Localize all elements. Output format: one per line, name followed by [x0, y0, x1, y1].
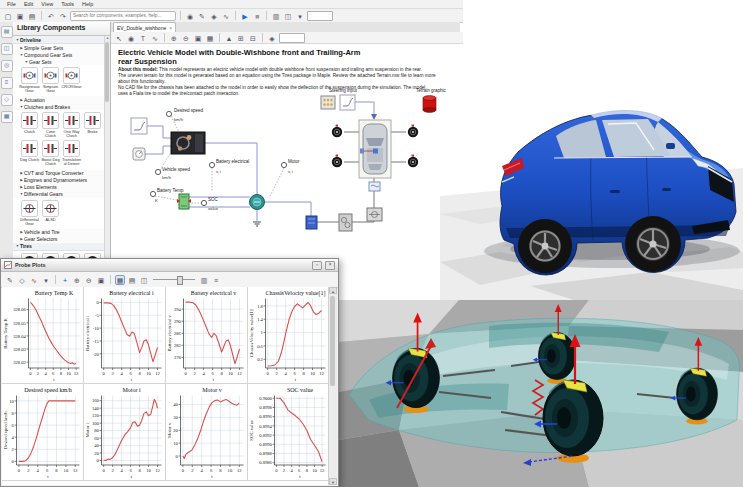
text-tool-button[interactable]: T: [138, 33, 148, 43]
equation-block[interactable]: [369, 182, 380, 191]
scroll-thumb[interactable]: [105, 42, 109, 102]
component-ravigneaux-gear[interactable]: Ravigneaux Gear: [19, 67, 40, 93]
probe-soc[interactable]: SOC value: [191, 197, 219, 211]
tree-item-driveline[interactable]: ▼Driveline: [13, 36, 105, 44]
suspension-3d-view[interactable]: [339, 300, 743, 487]
steering-ramp-block[interactable]: [340, 95, 355, 110]
component-clutch[interactable]: Clutch: [19, 112, 40, 138]
component-alsd[interactable]: ALSD: [40, 200, 61, 226]
battery-block[interactable]: [177, 194, 191, 209]
plots-button[interactable]: ∿: [221, 11, 231, 21]
menu-view[interactable]: View: [37, 1, 57, 7]
gearbox-block[interactable]: [339, 214, 352, 231]
component-one-way-clutch[interactable]: One Way Clutch: [61, 112, 82, 138]
close-window-button[interactable]: ×: [325, 261, 335, 270]
model-workspace-icon[interactable]: ▤: [1, 26, 13, 38]
menu-file[interactable]: File: [3, 1, 20, 7]
scroll-up-icon[interactable]: ▲: [329, 287, 337, 294]
expand-all-button[interactable]: ⊞: [236, 33, 246, 43]
attached-files-icon[interactable]: ◇: [1, 94, 13, 106]
probe-plot-battery-electrical-i[interactable]: 0246810120-5-10-15-20Battery electrical …: [84, 287, 166, 384]
curve-style-caret[interactable]: ▾: [41, 275, 51, 285]
save-file-button[interactable]: ▤: [27, 11, 37, 21]
steering-keypad-block[interactable]: [321, 96, 335, 109]
probe-scrollbar[interactable]: ▲ ▼: [328, 287, 337, 485]
slider-handle[interactable]: [177, 276, 183, 285]
attach-probe-button[interactable]: ◉: [185, 11, 195, 21]
driver-image-block[interactable]: [171, 132, 205, 154]
zoom-in-button[interactable]: ⊕: [72, 275, 82, 285]
probe-desired-speed[interactable]: Desired speed km/h: [166, 108, 203, 132]
tree-item-simple-gear-sets[interactable]: ▶Simple Gear Sets: [13, 44, 105, 51]
open-file-button[interactable]: ▣: [15, 11, 25, 21]
point-probe-button[interactable]: ◇: [17, 275, 27, 285]
stop-simulation-button[interactable]: ■: [252, 11, 262, 21]
probe-plot-chassisvelocity-value-1[interactable]: 0246810120.20.611.41.8ChassisVelocity va…: [248, 287, 330, 384]
tree-item-vehicle-and-tire[interactable]: ▶Vehicle and Tire: [13, 229, 105, 236]
probe-vehicle-speed[interactable]: Vehicle speed km/h: [155, 152, 190, 180]
component-dog-clutch[interactable]: Dog Clutch: [19, 140, 40, 166]
component-cone-clutch[interactable]: Cone Clutch: [40, 112, 61, 138]
tree-item-cvt-and-torque-converter[interactable]: ▶CVT and Torque Converter: [13, 170, 105, 177]
probe-tool-button[interactable]: ◉: [126, 33, 136, 43]
component-boost-dog-clutch[interactable]: Boost Dog Clutch: [40, 140, 61, 166]
menu-help[interactable]: Help: [78, 1, 97, 7]
3d-view-button[interactable]: ◈: [209, 11, 219, 21]
probe-battery-electrical[interactable]: Battery electrical v, i: [209, 159, 249, 192]
annotation-button[interactable]: ✎: [197, 11, 207, 21]
zoom-out-button[interactable]: ⊖: [84, 275, 94, 285]
tab-close-icon[interactable]: ×: [169, 25, 172, 31]
zoom-fit-button[interactable]: ▣: [96, 275, 106, 285]
grid-toggle-button[interactable]: ▦: [205, 33, 215, 43]
legend-button[interactable]: ▥: [199, 275, 209, 285]
speed-ramp-block[interactable]: [131, 118, 147, 134]
layout-button[interactable]: ◫: [283, 11, 293, 21]
redo-button[interactable]: ↷: [58, 11, 68, 21]
curve-style-button[interactable]: ∿: [29, 275, 39, 285]
console-panel-icon[interactable]: ▦: [1, 111, 13, 123]
collapse-all-button[interactable]: ⊟: [248, 33, 258, 43]
single-plot-button[interactable]: ◫: [139, 275, 149, 285]
differential-block[interactable]: [367, 208, 382, 221]
scroll-thumb[interactable]: [330, 296, 335, 386]
tree-item-clutches-and-brakes[interactable]: ▼Clutches and Brakes: [13, 103, 105, 110]
component-differential-gear[interactable]: Differential Gear: [19, 200, 40, 226]
speed-gauge-block[interactable]: [133, 148, 145, 160]
tab-ev-double-wishbone[interactable]: EV_Double_wishbone ×: [113, 22, 176, 32]
probe-plot-battery-temp-k[interactable]: 024681012328.02328.03328.04328.05328.06B…: [2, 287, 84, 384]
tree-item-gear-selectors[interactable]: ▶Gear Selectors: [13, 236, 105, 243]
library-components-icon[interactable]: ◫: [1, 43, 13, 55]
diagram-3d-toggle-button[interactable]: ◈: [267, 33, 277, 43]
vehicle-chassis-block[interactable]: [359, 120, 391, 178]
run-simulation-button[interactable]: ▶: [240, 11, 250, 21]
plot-size-slider[interactable]: [151, 275, 197, 284]
terrain-cylinder-icon[interactable]: [423, 96, 436, 113]
grid-layout-button[interactable]: ▦: [115, 275, 125, 285]
probe-plot-desired-speed-km-h[interactable]: 0246810120246810Desired speed km/htDesir…: [2, 384, 84, 481]
search-panel-icon[interactable]: ◎: [1, 60, 13, 72]
scroll-down-icon[interactable]: ▼: [329, 478, 337, 485]
component-translational-detent[interactable]: Translational Detent: [61, 140, 82, 166]
tree-item-differential-gears[interactable]: ▼Differential Gears: [13, 191, 105, 198]
float-window-button[interactable]: ▫: [312, 261, 322, 270]
tree-item-gear-sets[interactable]: ▼Gear Sets: [13, 58, 105, 65]
scroll-up-icon[interactable]: ▲: [105, 36, 110, 41]
edit-plot-button[interactable]: ✎: [5, 275, 15, 285]
component-brake[interactable]: Brake: [82, 112, 103, 138]
tree-item-compound-gear-sets[interactable]: ▼Compound Gear Sets: [13, 51, 105, 58]
probe-plot-soc-value[interactable]: 0246810120.89860.89880.89900.89920.89940…: [248, 384, 330, 481]
tree-item-actuation[interactable]: ▶Actuation: [13, 96, 105, 103]
dc-motor-block[interactable]: [250, 195, 265, 210]
stack-layout-button[interactable]: ▤: [127, 275, 137, 285]
menu-edit[interactable]: Edit: [20, 1, 37, 7]
console-toggle-button[interactable]: ▥: [271, 11, 281, 21]
tree-item-engines-and-dynamometers[interactable]: ▶Engines and Dynamometers: [13, 177, 105, 184]
zoom-out-button[interactable]: ⊖: [181, 33, 191, 43]
menu-tools[interactable]: Tools: [57, 1, 78, 7]
doc-zoom-box[interactable]: [279, 33, 305, 43]
tree-item-tires[interactable]: ▼Tires: [13, 243, 105, 251]
fit-view-button[interactable]: ▣: [193, 33, 203, 43]
inverter-block[interactable]: [306, 216, 317, 229]
probe-window-titlebar[interactable]: Probe Plots ▫ ×: [1, 259, 338, 272]
probe-plot-motor-v[interactable]: 024681012010203040Motor vtMotor v: [166, 384, 248, 481]
